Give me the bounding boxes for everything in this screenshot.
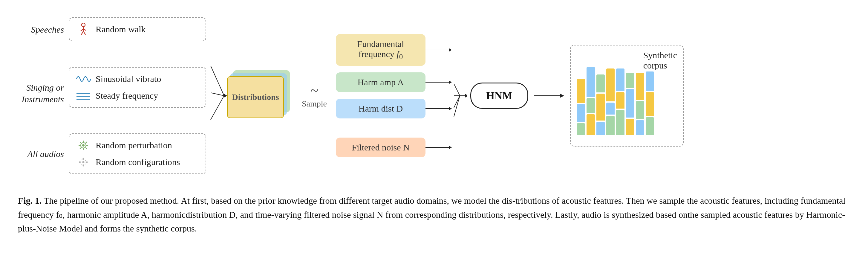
all-audios-group: All audios bbox=[18, 134, 206, 174]
bar-seg bbox=[577, 79, 585, 103]
feature-filtered-noise: Filtered noise N bbox=[336, 138, 426, 157]
bar-col-6 bbox=[626, 73, 634, 135]
svg-point-22 bbox=[83, 165, 84, 167]
hnm-container: HNM bbox=[470, 83, 528, 109]
svg-line-2 bbox=[81, 29, 83, 31]
bar-col-3 bbox=[596, 75, 605, 135]
steady-lines-icon bbox=[75, 89, 91, 102]
speeches-items: Random walk bbox=[69, 17, 206, 41]
distributions-label: Distributions bbox=[232, 92, 279, 102]
sinusoidal-vibrato-label: Sinusoidal vibrato bbox=[96, 74, 161, 84]
arrow-to-hnm bbox=[453, 66, 467, 126]
bar-seg bbox=[646, 92, 654, 116]
singing-items: Sinusoidal vibrato Steady frequency bbox=[69, 67, 206, 108]
person-walk-icon bbox=[75, 23, 91, 36]
bar-seg bbox=[596, 122, 605, 135]
singing-dashed-box: Sinusoidal vibrato Steady frequency bbox=[69, 67, 206, 108]
steady-frequency-label: Steady frequency bbox=[96, 91, 158, 101]
svg-marker-34 bbox=[465, 94, 467, 97]
svg-marker-36 bbox=[560, 94, 564, 98]
bar-seg bbox=[646, 71, 654, 91]
fig-label: Fig. 1. bbox=[18, 196, 41, 205]
svg-line-5 bbox=[83, 31, 86, 35]
random-perturbation-row: Random perturbation bbox=[75, 139, 199, 152]
bar-col-4 bbox=[606, 68, 615, 135]
svg-point-10 bbox=[82, 144, 85, 147]
line-harm-amp bbox=[426, 82, 450, 83]
svg-point-0 bbox=[82, 23, 85, 27]
svg-line-26 bbox=[211, 93, 224, 96]
bar-seg bbox=[596, 94, 605, 120]
bar-seg bbox=[636, 101, 644, 119]
all-audios-label: All audios bbox=[18, 148, 69, 160]
bar-seg bbox=[587, 98, 595, 113]
line-fundamental bbox=[426, 50, 450, 50]
svg-line-15 bbox=[80, 142, 81, 143]
synthetic-corpus-box: Syntheticcorpus bbox=[570, 45, 684, 147]
random-configurations-row: Random configurations bbox=[75, 155, 199, 169]
line-harm-dist bbox=[426, 108, 450, 109]
bar-col-8 bbox=[646, 71, 654, 135]
feature-harm-dist: Harm dist D bbox=[336, 99, 426, 118]
gear-icon bbox=[75, 139, 91, 152]
sine-wave-icon bbox=[75, 72, 91, 86]
bar-seg bbox=[616, 92, 624, 109]
hnm-box: HNM bbox=[470, 83, 528, 109]
diagram-wrapper: Speeches bbox=[18, 9, 850, 185]
random-perturbation-label: Random perturbation bbox=[96, 140, 172, 150]
distributions-stack: Distributions bbox=[227, 70, 293, 130]
bar-seg bbox=[616, 68, 624, 91]
line-filtered-noise bbox=[426, 147, 450, 148]
bar-col-1 bbox=[577, 79, 585, 135]
random-configurations-label: Random configurations bbox=[96, 157, 180, 167]
bar-seg bbox=[606, 68, 615, 101]
svg-line-16 bbox=[86, 147, 87, 149]
svg-point-23 bbox=[79, 162, 81, 163]
bar-seg bbox=[626, 89, 634, 118]
random-walk-label: Random walk bbox=[96, 24, 146, 34]
svg-line-3 bbox=[83, 29, 86, 30]
feature-fundamental-freq: Fundamentalfrequency f0 bbox=[336, 34, 426, 66]
singing-group: Singing orInstruments Sinusoidal vibrato bbox=[18, 67, 206, 108]
bar-seg bbox=[626, 119, 634, 135]
bar-seg bbox=[646, 117, 654, 135]
bar-seg bbox=[587, 67, 595, 97]
sample-label: Sample bbox=[302, 99, 327, 109]
bar-seg bbox=[636, 73, 644, 100]
bar-seg bbox=[636, 120, 644, 135]
features-panel: Fundamentalfrequency f0 Harm amp A Harm … bbox=[336, 34, 450, 157]
bar-seg bbox=[626, 73, 634, 88]
all-audios-items: Random perturbation bbox=[69, 134, 206, 174]
arrow-to-synthetic bbox=[534, 90, 564, 102]
bar-col-5 bbox=[616, 68, 624, 135]
steady-frequency-row: Steady frequency bbox=[75, 89, 199, 102]
feature-harm-amp: Harm amp A bbox=[336, 72, 426, 92]
all-audios-dashed-box: Random perturbation bbox=[69, 134, 206, 174]
random-walk-row: Random walk bbox=[75, 23, 199, 36]
bar-seg bbox=[616, 110, 624, 135]
svg-line-17 bbox=[86, 142, 87, 143]
bar-seg bbox=[577, 123, 585, 135]
tilde-symbol: ~ bbox=[310, 83, 318, 98]
synthetic-label: Syntheticcorpus bbox=[643, 50, 677, 70]
left-groups: Speeches bbox=[18, 9, 206, 182]
bar-seg bbox=[606, 116, 615, 135]
singing-label: Singing orInstruments bbox=[18, 70, 69, 105]
svg-line-4 bbox=[81, 31, 83, 35]
svg-marker-28 bbox=[224, 94, 227, 97]
caption: Fig. 1. The pipeline of our proposed met… bbox=[18, 194, 848, 236]
bar-col-7 bbox=[636, 73, 644, 135]
sample-area: ~ Sample bbox=[302, 83, 327, 109]
features-gap bbox=[336, 125, 450, 131]
bar-seg bbox=[606, 103, 615, 115]
sinusoidal-vibrato-row: Sinusoidal vibrato bbox=[75, 72, 199, 86]
svg-line-27 bbox=[211, 96, 224, 120]
svg-point-24 bbox=[86, 162, 88, 163]
svg-line-18 bbox=[80, 147, 81, 149]
speeches-label: Speeches bbox=[18, 24, 69, 35]
svg-line-25 bbox=[211, 66, 224, 96]
dist-card-yellow: Distributions bbox=[227, 76, 284, 118]
speeches-dashed-box: Random walk bbox=[69, 17, 206, 41]
diagram-area: Speeches bbox=[18, 9, 850, 182]
bar-seg bbox=[596, 75, 605, 92]
